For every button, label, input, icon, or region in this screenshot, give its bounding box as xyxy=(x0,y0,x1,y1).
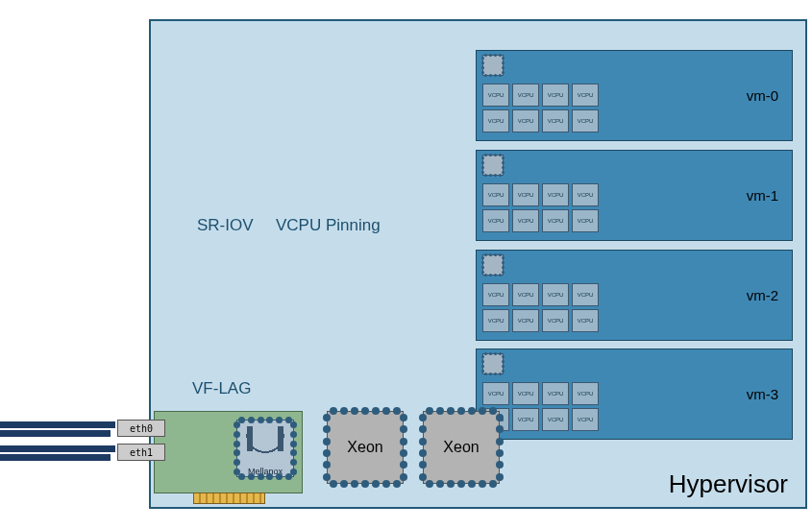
vcpu-chip: VCPU xyxy=(572,283,599,306)
diagram-canvas: Hypervisor SR-IOV VCPU Pinning VF-LAG vm… xyxy=(0,0,812,529)
vm-2-label: vm-2 xyxy=(747,287,778,303)
cable-eth1-b xyxy=(0,454,111,461)
cpu-xeon-0: Xeon xyxy=(327,411,404,484)
vm-0-vcpu-grid: VCPUVCPUVCPUVCPUVCPUVCPUVCPUVCPU xyxy=(482,84,599,132)
vm-3-label: vm-3 xyxy=(747,386,778,402)
vcpu-chip: VCPU xyxy=(542,309,569,332)
eth1-port: eth1 xyxy=(117,444,165,461)
vcpu-chip: VCPU xyxy=(512,84,539,107)
vm-1-vcpu-grid: VCPUVCPUVCPUVCPUVCPUVCPUVCPUVCPU xyxy=(482,183,599,232)
vcpu-chip: VCPU xyxy=(482,309,509,332)
vcpu-chip: VCPU xyxy=(572,109,599,132)
cable-eth0-a xyxy=(0,421,115,428)
cpu-xeon-1: Xeon xyxy=(423,411,500,484)
vm-2: vm-2 VCPUVCPUVCPUVCPUVCPUVCPUVCPUVCPU xyxy=(476,250,793,341)
cable-eth0-b xyxy=(0,430,111,437)
vcpu-chip: VCPU xyxy=(512,382,539,405)
vcpu-chip: VCPU xyxy=(512,209,539,232)
label-vcpu-pinning: VCPU Pinning xyxy=(276,216,381,235)
vcpu-chip: VCPU xyxy=(542,283,569,306)
vcpu-chip: VCPU xyxy=(482,283,509,306)
cpu-xeon-1-label: Xeon xyxy=(443,439,479,456)
vcpu-chip: VCPU xyxy=(572,309,599,332)
vm-1: vm-1 VCPUVCPUVCPUVCPUVCPUVCPUVCPUVCPU xyxy=(476,150,793,241)
nic-card: Mellanox xyxy=(154,411,303,493)
vm-0: vm-0 VCPUVCPUVCPUVCPUVCPUVCPUVCPUVCPU xyxy=(476,50,793,141)
vcpu-chip: VCPU xyxy=(572,84,599,107)
vm-0-label: vm-0 xyxy=(747,87,778,104)
vcpu-chip: VCPU xyxy=(482,109,509,132)
vcpu-chip: VCPU xyxy=(572,382,599,405)
vcpu-chip: VCPU xyxy=(512,408,539,431)
vcpu-chip: VCPU xyxy=(482,84,509,107)
vcpu-chip: VCPU xyxy=(572,183,599,206)
vcpu-chip: VCPU xyxy=(542,408,569,431)
mellanox-chip-icon: Mellanox xyxy=(236,420,294,477)
vcpu-chip: VCPU xyxy=(542,382,569,405)
vcpu-chip: VCPU xyxy=(542,183,569,206)
vcpu-chip: VCPU xyxy=(512,283,539,306)
vcpu-chip: VCPU xyxy=(512,183,539,206)
vcpu-chip: VCPU xyxy=(542,209,569,232)
label-sriov: SR-IOV xyxy=(197,216,254,235)
vm-2-vcpu-grid: VCPUVCPUVCPUVCPUVCPUVCPUVCPUVCPU xyxy=(482,283,599,332)
vcpu-chip: VCPU xyxy=(482,382,509,405)
cpu-xeon-0-label: Xeon xyxy=(347,439,382,456)
vcpu-chip: VCPU xyxy=(482,183,509,206)
vcpu-chip: VCPU xyxy=(512,109,539,132)
eth0-port: eth0 xyxy=(117,420,165,437)
vm-1-label: vm-1 xyxy=(747,187,778,204)
label-vf-lag: VF-LAG xyxy=(192,379,251,398)
vcpu-chip: VCPU xyxy=(542,109,569,132)
pcie-connector-icon xyxy=(193,493,265,504)
hypervisor-label: Hypervisor xyxy=(669,469,788,499)
vcpu-chip: VCPU xyxy=(482,209,509,232)
vm-3: vm-3 VCPUVCPUVCPUVCPUVCPUVCPUVCPUVCPU xyxy=(476,349,793,440)
vcpu-chip: VCPU xyxy=(542,84,569,107)
cable-eth1-a xyxy=(0,445,115,452)
vcpu-chip: VCPU xyxy=(512,309,539,332)
vcpu-chip: VCPU xyxy=(572,209,599,232)
vcpu-chip: VCPU xyxy=(572,408,599,431)
